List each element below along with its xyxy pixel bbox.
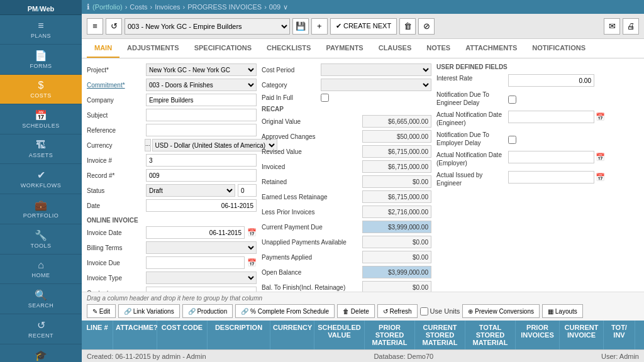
notif-engineer-label: Notification Due To Engineer Delay [436,90,506,107]
logo-area: PM/Web [0,0,82,15]
currency-select[interactable]: USD - Dollar (United States of America) [152,139,277,151]
sidebar-item-label: Tools [31,243,52,249]
bottom-section: Drag a column header and drop it here to… [82,292,644,321]
subject-input[interactable] [146,109,257,121]
tab-checklists[interactable]: CHECKLISTS [259,39,318,58]
sidebar-item-schedules[interactable]: 📅 Schedules [0,104,82,134]
actual-notif-engineer-date-input[interactable] [508,111,594,123]
commitment-label[interactable]: Commitment* [87,82,143,89]
paid-in-full-checkbox[interactable] [321,94,329,102]
billing-terms-label: Billing Terms [87,244,143,251]
drag-hint: Drag a column header and drop it here to… [87,295,639,302]
inv-date-calendar-icon[interactable]: 📅 [247,228,257,237]
sidebar-item-assets[interactable]: 🏗 Assets [0,134,82,164]
block-icon[interactable]: ⊘ [418,18,435,35]
home-icon: ⌂ [38,260,44,271]
delete-button[interactable]: 🗑 Delete [337,304,375,318]
sidebar-item-costs[interactable]: $ Costs [0,75,82,104]
record-select[interactable]: 003 - New York GC - Empire Builders [125,18,290,35]
sidebar-item-plans[interactable]: ≡ Plans [0,15,82,45]
sidebar-item-tools[interactable]: 🔧 Tools [0,224,82,255]
edit-button[interactable]: ✎ Edit [87,304,116,318]
link-variations-button[interactable]: 🔗 Link Variations [118,304,180,318]
open-balance-row: Open Balance $3,999,000.00 [262,266,431,278]
undo-icon[interactable]: ↺ [106,18,122,35]
notif-employer-label: Notification Due To Employer Delay [436,131,506,147]
reference-input[interactable] [146,124,257,136]
tab-notes[interactable]: NOTES [419,39,458,58]
category-select[interactable] [321,79,431,91]
open-balance-label: Open Balance [262,269,360,276]
interest-rate-input[interactable] [508,74,594,87]
project-select[interactable]: New York GC - New York GC [146,63,257,76]
tab-clauses[interactable]: CLAUSES [371,39,419,58]
sidebar-item-forms[interactable]: 📄 Forms [0,45,82,75]
status-num-input[interactable] [238,184,257,197]
online-invoice-header: ONLINE INVOICE [87,217,257,224]
database-label: Database: Demo70 [374,353,433,360]
paid-in-full-row: Paid In Full [262,94,431,102]
actual-notif-engineer-row: Actual Notification Date (Engineer) 📅 [436,111,575,127]
invoiced-value: $6,715,000.00 [362,160,431,173]
save-icon[interactable]: 💾 [292,18,309,35]
invoice-type-label: Invoice Type [87,275,143,282]
production-button[interactable]: 🔗 Production [182,304,233,318]
add-icon[interactable]: + [311,18,328,35]
tab-attachments[interactable]: ATTACHMENTS [458,39,525,58]
sidebar-item-workflows[interactable]: ✔ Workflows [0,164,82,194]
notif-employer-calendar-icon[interactable]: 📅 [596,153,605,162]
preview-conversions-button[interactable]: ⊕ Preview Conversions [462,304,540,318]
layouts-button[interactable]: ▦ Layouts [542,304,583,318]
sidebar-item-label: Workflows [21,182,62,189]
notif-engineer-calendar-icon[interactable]: 📅 [596,112,605,121]
email-icon[interactable]: ✉ [604,18,620,35]
refresh-button[interactable]: ↺ Refresh [377,304,418,318]
commitment-select[interactable]: 003 - Doors & Finishes [146,79,257,91]
invoice-due-calendar-icon[interactable]: 📅 [247,258,257,267]
company-input[interactable] [146,94,257,106]
sidebar-item-portfolio[interactable]: 💼 Portfolio [0,194,82,224]
invoice-type-select[interactable] [146,272,257,284]
breadcrumb-invoices: Invoices [155,3,180,11]
breadcrumb-portfolio[interactable]: (Portfolio) [92,3,123,11]
tab-notifications[interactable]: NOTIFICATIONS [525,39,593,58]
invoice-due-input[interactable] [146,256,245,269]
revised-value-label: Revised Value [262,148,360,155]
col-description: DESCRIPTION [208,321,270,349]
retained-value: $0.00 [362,175,431,188]
tab-adjustments[interactable]: ADJUSTMENTS [119,39,187,58]
category-row: Category [262,79,431,91]
tab-payments[interactable]: PAYMENTS [318,39,370,58]
actual-notif-employer-date-input[interactable] [508,151,594,163]
menu-icon[interactable]: ≡ [87,18,103,35]
sidebar-item-home[interactable]: ⌂ Home [0,255,82,284]
original-value-label: Original Value [262,118,360,125]
notif-employer-checkbox[interactable] [508,136,516,144]
notif-engineer-checkbox[interactable] [508,96,516,104]
tab-specifications[interactable]: SPECIFICATIONS [187,39,259,58]
tab-main[interactable]: MAIN [87,39,119,58]
actual-issued-date-input[interactable] [508,171,594,184]
logo: PM/Web [28,0,55,14]
date-input[interactable] [146,199,257,212]
print-icon[interactable]: 🖨 [623,18,639,35]
sidebar-item-recent[interactable]: ↺ Recent [0,314,82,344]
sidebar-item-university[interactable]: 🎓 University [0,344,82,362]
complete-from-schedule-button[interactable]: 🔗 % Complete From Schedule [235,304,335,318]
delete-icon[interactable]: 🗑 [399,18,416,35]
billing-terms-select[interactable] [146,241,257,254]
record-num-input[interactable] [146,169,257,182]
inv-date-input[interactable] [146,226,245,239]
create-next-button[interactable]: ✔ CREATE NEXT [330,18,397,35]
use-units-checkbox[interactable] [420,307,428,315]
currency-toggle[interactable]: ··· [145,139,151,151]
sidebar: PM/Web ≡ Plans 📄 Forms $ Costs 📅 Schedul… [0,0,82,362]
contact-input[interactable] [146,287,257,292]
status-select[interactable]: Draft [146,184,235,197]
invoice-num-input[interactable] [146,154,257,167]
approved-changes: $50,000.00 [362,130,431,143]
cost-period-select[interactable] [321,63,431,76]
sidebar-item-search[interactable]: 🔍 Search [0,284,82,314]
invoice-due-row: Invoice Due 📅 [87,256,257,269]
actual-issued-calendar-icon[interactable]: 📅 [596,173,605,182]
